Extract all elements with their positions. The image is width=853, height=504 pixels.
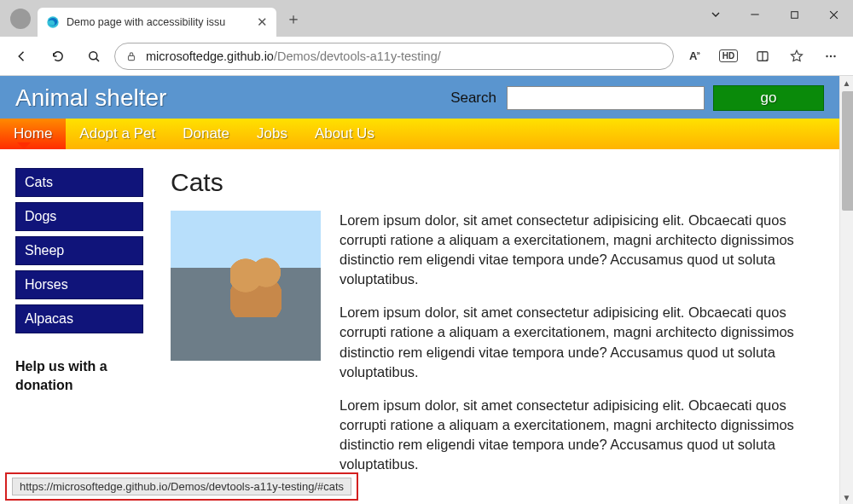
vertical-scrollbar[interactable]: ▲ ▼ bbox=[839, 76, 853, 504]
settings-more-icon[interactable] bbox=[815, 41, 846, 72]
sidebar-item-alpacas[interactable]: Alpacas bbox=[15, 304, 143, 333]
reading-list-icon[interactable] bbox=[747, 41, 778, 72]
address-path: /Demos/devtools-a11y-testing/ bbox=[274, 49, 441, 63]
window-titlebar: Demo page with accessibility issu ✕ ＋ bbox=[0, 0, 853, 37]
main-nav: Home Adopt a Pet Donate Jobs About Us bbox=[0, 119, 839, 149]
nav-about[interactable]: About Us bbox=[301, 119, 388, 149]
site-title: Animal shelter bbox=[15, 84, 442, 112]
svg-rect-3 bbox=[129, 55, 135, 60]
favorite-icon[interactable] bbox=[781, 41, 812, 72]
donation-heading: Help us with a donation bbox=[15, 357, 135, 394]
site-header: Animal shelter Search go bbox=[0, 76, 839, 119]
sidebar-item-horses[interactable]: Horses bbox=[15, 270, 143, 299]
address-host: microsoftedge.github.io bbox=[146, 49, 274, 63]
status-link-highlight: https://microsoftedge.github.io/Demos/de… bbox=[5, 472, 358, 501]
maximize-button[interactable] bbox=[775, 0, 814, 29]
nav-adopt[interactable]: Adopt a Pet bbox=[66, 119, 169, 149]
sidebar-item-cats[interactable]: Cats bbox=[15, 168, 143, 197]
profile-avatar[interactable] bbox=[10, 9, 31, 29]
paragraph-1: Lorem ipsum dolor, sit amet consectetur … bbox=[339, 211, 824, 289]
search-button[interactable] bbox=[78, 41, 109, 72]
paragraph-3: Lorem ipsum dolor, sit amet consectetur … bbox=[339, 396, 824, 474]
new-tab-button[interactable]: ＋ bbox=[280, 5, 307, 32]
browser-toolbar: microsoftedge.github.io/Demos/devtools-a… bbox=[0, 37, 853, 76]
browser-tab[interactable]: Demo page with accessibility issu ✕ bbox=[38, 8, 276, 37]
paragraph-2: Lorem ipsum dolor, sit amet consectetur … bbox=[339, 303, 824, 381]
hd-icon[interactable]: HD bbox=[713, 41, 744, 72]
scroll-thumb[interactable] bbox=[842, 91, 853, 211]
page-heading: Cats bbox=[171, 168, 824, 197]
address-text: microsoftedge.github.io/Demos/devtools-a… bbox=[146, 49, 441, 63]
status-link-url: https://microsoftedge.github.io/Demos/de… bbox=[12, 478, 351, 495]
svg-point-6 bbox=[830, 55, 832, 56]
refresh-button[interactable] bbox=[43, 41, 73, 72]
scroll-up-icon[interactable]: ▲ bbox=[840, 76, 853, 90]
tab-title: Demo page with accessibility issu bbox=[67, 16, 250, 28]
search-label: Search bbox=[450, 90, 496, 107]
svg-point-5 bbox=[826, 55, 827, 56]
lock-icon bbox=[125, 50, 137, 62]
read-aloud-icon[interactable]: A» bbox=[679, 41, 710, 72]
tab-actions-icon[interactable] bbox=[696, 0, 735, 29]
page-viewport: ▲ ▼ Animal shelter Search go Home Adopt … bbox=[0, 76, 853, 504]
close-window-button[interactable] bbox=[814, 0, 853, 29]
search-input[interactable] bbox=[507, 86, 705, 110]
nav-donate[interactable]: Donate bbox=[169, 119, 243, 149]
main-content: Cats Lorem ipsum dolor, sit amet consect… bbox=[171, 168, 824, 488]
svg-point-2 bbox=[90, 51, 97, 59]
back-button[interactable] bbox=[7, 41, 38, 72]
minimize-button[interactable] bbox=[735, 0, 775, 29]
svg-point-7 bbox=[833, 55, 835, 56]
nav-home[interactable]: Home bbox=[0, 119, 66, 149]
cat-image bbox=[171, 211, 321, 361]
address-bar[interactable]: microsoftedge.github.io/Demos/devtools-a… bbox=[114, 43, 674, 70]
tab-close-icon[interactable]: ✕ bbox=[257, 14, 268, 30]
sidebar-item-dogs[interactable]: Dogs bbox=[15, 202, 143, 231]
scroll-down-icon[interactable]: ▼ bbox=[840, 490, 853, 504]
sidebar: Cats Dogs Sheep Horses Alpacas Help us w… bbox=[15, 168, 143, 488]
sidebar-item-sheep[interactable]: Sheep bbox=[15, 236, 143, 265]
nav-jobs[interactable]: Jobs bbox=[243, 119, 301, 149]
svg-rect-1 bbox=[791, 11, 798, 18]
edge-favicon-icon bbox=[46, 15, 60, 29]
go-button[interactable]: go bbox=[713, 85, 824, 111]
